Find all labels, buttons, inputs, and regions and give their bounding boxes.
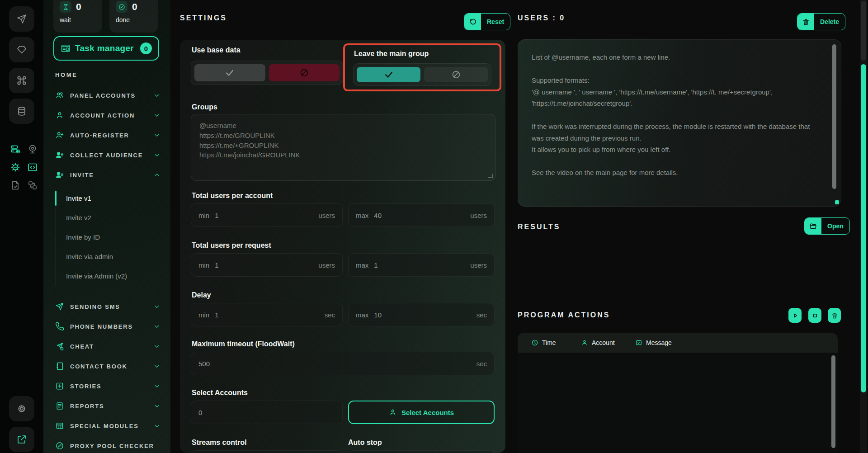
select-accounts-label: Select Accounts	[192, 389, 248, 397]
envelope-check-icon	[635, 339, 642, 346]
chevron-down-icon	[153, 363, 160, 370]
sidebar-item-proxy-pool-checker[interactable]: PROXY POOL CHECKER	[43, 436, 170, 453]
results-title: RESULTS	[518, 223, 560, 231]
column-message[interactable]: Message	[635, 339, 672, 346]
use-base-data-no-button[interactable]	[269, 64, 340, 81]
person-plus-icon	[55, 131, 64, 140]
sidebar-item-cheat[interactable]: CHEAT	[43, 336, 170, 356]
column-time[interactable]: Time	[531, 339, 581, 346]
accounts-count-input[interactable]: 0	[191, 401, 343, 424]
select-accounts-button-label: Select Accounts	[401, 409, 454, 416]
delay-max-input[interactable]: max 10 sec	[348, 303, 495, 326]
sidebar-item-auto-register[interactable]: AUTO-REGISTER	[43, 125, 170, 145]
sidebar-item-special-modules[interactable]: SPECIAL MODULES	[43, 416, 170, 436]
textarea-scrollbar[interactable]	[832, 44, 836, 189]
sidebar-item-contact-book[interactable]: CONTACT BOOK	[43, 356, 170, 376]
leave-main-group-yes-button[interactable]	[357, 67, 420, 82]
open-button[interactable]: Open	[804, 217, 850, 235]
diamond-icon[interactable]	[9, 37, 34, 62]
submenu-item-invite-v2[interactable]: Invite v2	[56, 208, 170, 227]
users-textarea-wrap	[518, 39, 841, 207]
groups-label: Groups	[192, 103, 217, 111]
leave-main-group-no-button[interactable]	[424, 67, 488, 82]
swap-icon[interactable]	[27, 180, 38, 191]
icon-rail	[0, 0, 43, 453]
database-icon[interactable]	[9, 99, 34, 124]
sidebar-item-stories[interactable]: STORIES	[43, 376, 170, 396]
gear-badge-icon[interactable]	[10, 162, 21, 173]
select-accounts-button[interactable]: Select Accounts	[348, 401, 495, 424]
use-base-data-yes-button[interactable]	[194, 64, 265, 81]
chevron-down-icon	[153, 303, 160, 310]
stop-button[interactable]	[808, 308, 821, 323]
chevron-down-icon	[153, 402, 160, 410]
users-textarea[interactable]	[518, 40, 841, 206]
wait-label: wait	[60, 16, 102, 24]
phone-icon	[55, 322, 64, 331]
done-label: done	[116, 16, 158, 24]
command-icon[interactable]	[9, 68, 34, 93]
send-icon[interactable]	[9, 6, 34, 32]
sidebar-menu-bottom: SENDING SMS PHONE NUMBERS CHEAT CONTACT …	[43, 297, 170, 453]
task-manager-badge: 0	[140, 42, 152, 54]
delay-min-input[interactable]: min 1 sec	[191, 303, 343, 326]
max-timeout-label: Maximum timeout (FloodWait)	[192, 340, 295, 348]
task-manager-button[interactable]: Task manager 0	[53, 36, 159, 61]
total-users-per-request-min-input[interactable]: min 1 users	[191, 253, 343, 277]
sidebar-item-reports[interactable]: REPORTS	[43, 396, 170, 416]
submenu-item-invite-via-admin-v2[interactable]: Invite via Admin (v2)	[56, 266, 170, 286]
reset-label: Reset	[481, 14, 510, 30]
table-scrollbar[interactable]	[831, 355, 835, 448]
total-users-per-request-max-input[interactable]: max 1 users	[348, 253, 495, 277]
done-count: 0	[132, 1, 137, 12]
auto-stop-input[interactable]	[348, 450, 495, 453]
external-link-icon[interactable]	[9, 427, 34, 452]
page-scrollbar-thumb[interactable]	[861, 64, 866, 392]
chevron-down-icon	[153, 132, 160, 139]
leave-main-group-toggle	[353, 63, 491, 86]
leave-main-group-label: Leave the main group	[354, 50, 429, 58]
document-check-icon[interactable]	[10, 180, 21, 191]
sidebar-item-collect-audience[interactable]: COLLECT AUDIENCE	[43, 145, 170, 165]
gear-icon[interactable]	[9, 396, 34, 421]
submenu-item-invite-via-admin[interactable]: Invite via admin	[56, 247, 170, 266]
sidebar-item-invite[interactable]: INVITE	[43, 165, 170, 185]
sidebar-item-panel-accounts[interactable]: PANEL ACCOUNTS	[43, 85, 170, 105]
program-actions-title: PROGRAM ACTIONS	[518, 311, 610, 319]
streams-control-input[interactable]	[191, 450, 343, 453]
sidebar-item-sending-sms[interactable]: SENDING SMS	[43, 297, 170, 316]
notebook-icon	[55, 362, 64, 371]
play-button[interactable]	[788, 308, 802, 323]
reset-button[interactable]: Reset	[464, 13, 510, 30]
check-circle-icon	[116, 1, 127, 13]
users-title: USERS : 0	[518, 14, 565, 22]
table-header: Time Account Message	[518, 333, 838, 353]
reset-icon	[464, 14, 481, 30]
person-list-icon	[55, 170, 64, 179]
submenu-item-invite-v1[interactable]: Invite v1	[56, 189, 170, 208]
resize-handle-icon[interactable]	[835, 200, 839, 204]
max-timeout-input[interactable]: 500 sec	[191, 352, 495, 375]
column-account[interactable]: Account	[581, 339, 635, 346]
submenu-item-invite-by-id[interactable]: Invite by ID	[56, 227, 170, 247]
sidebar-item-account-action[interactable]: ACCOUNT ACTION	[43, 105, 170, 125]
total-users-per-account-max-input[interactable]: max 40 users	[348, 203, 495, 227]
sidebar-menu: PANEL ACCOUNTS ACCOUNT ACTION AUTO-REGIS…	[43, 85, 170, 453]
gauge-icon	[55, 441, 64, 450]
sidebar-item-phone-numbers[interactable]: PHONE NUMBERS	[43, 316, 170, 336]
chevron-down-icon	[153, 92, 160, 99]
total-users-per-request-label: Total users per request	[192, 241, 271, 250]
stat-card-done: 0 done	[109, 0, 158, 33]
person-icon	[389, 408, 397, 416]
code-window-icon[interactable]	[27, 162, 38, 173]
trash-button[interactable]	[828, 308, 841, 323]
webcam-icon[interactable]	[27, 144, 38, 155]
server-check-icon[interactable]	[10, 144, 21, 155]
hourglass-icon	[60, 1, 71, 13]
delete-button[interactable]: Delete	[797, 13, 845, 30]
resize-handle-icon[interactable]	[488, 174, 493, 178]
clock-icon	[531, 339, 538, 346]
chevron-down-icon	[153, 382, 160, 390]
groups-textarea[interactable]	[191, 114, 495, 180]
total-users-per-account-min-input[interactable]: min 1 users	[191, 203, 343, 227]
